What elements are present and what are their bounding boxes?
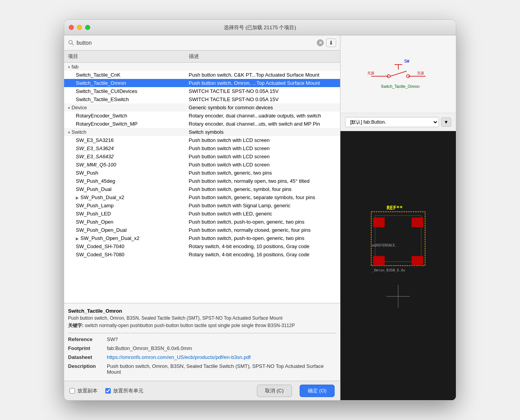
keywords-value: switch normally-open pushbutton push-but…: [85, 323, 295, 328]
table-row[interactable]: SW_Push_45degPush button switch, normall…: [64, 177, 340, 185]
window-title: 选择符号 (已加载 21175 个项目): [224, 24, 296, 31]
cell-desc: Rotary encoder, dual channel...uadrate o…: [189, 113, 337, 119]
item-label: SW_Push_Dual: [76, 186, 112, 192]
footprint-dropdown[interactable]: [默认] fab:Button. fab:Button_Omron_B3SN_6…: [345, 117, 439, 127]
cell-item: SW_Push: [68, 170, 189, 176]
table-row[interactable]: Switch_Tactile_OmronPush button switch, …: [64, 79, 340, 87]
item-label: RotaryEncoder_Switch: [76, 113, 127, 119]
cell-item: Switch_Tactile_CUIDevices: [68, 88, 189, 94]
table-row[interactable]: Switch_Tactile_CUIDevicesSWITCH TACTILE …: [64, 87, 340, 95]
table-row[interactable]: SW_E3_SA3216Push button switch with LCD …: [64, 136, 340, 144]
cell-desc: Push button switch with Signal Lamp, gen…: [189, 203, 337, 208]
svg-line-6: [390, 71, 407, 76]
table-header: 项目 描述: [64, 51, 340, 63]
cell-desc: Push button switch with LCD screen: [189, 162, 337, 168]
item-label: SW_Push_Open_Dual: [76, 227, 127, 233]
cell-item: RotaryEncoder_Switch: [68, 113, 189, 119]
item-label: SW_E3_SA3216: [76, 137, 114, 143]
cell-desc: Generic symbols for common devices: [189, 105, 337, 110]
cell-item: SW_Push_Open_Dual: [68, 227, 189, 233]
info-title: Switch_Tactile_Omron: [68, 308, 336, 314]
table-row[interactable]: SW_Push_OpenPush button switch, push-to-…: [64, 218, 340, 226]
category-label: Device: [72, 105, 87, 110]
svg-rect-15: [373, 217, 385, 227]
table-row[interactable]: SW_Push_DualPush button switch, generic,…: [64, 185, 340, 193]
table-row[interactable]: RotaryEncoder_SwitchRotary encoder, dual…: [64, 112, 340, 120]
svg-line-1: [72, 44, 73, 45]
cell-item: SW_MMI_Q5-100: [68, 162, 189, 168]
table-row[interactable]: SW_Push_LEDPush button switch with LED, …: [64, 210, 340, 218]
search-input[interactable]: [77, 40, 314, 46]
place-copy-label: 放置副本: [77, 387, 98, 394]
minimize-button[interactable]: [77, 25, 82, 30]
symbol-svg: SW 无源 无源 Switch_Tactile_Omron: [359, 51, 437, 98]
place-all-label: 放置所有单元: [113, 387, 143, 394]
table-row[interactable]: SW_Coded_SH-7040Rotary switch, 4-bit enc…: [64, 242, 340, 250]
info-description: Push button switch, Omron, B3SN, Sealed …: [68, 315, 336, 321]
table-row[interactable]: SW_Coded_SH-7080Rotary switch, 4-bit enc…: [64, 250, 340, 259]
place-copy-checkbox[interactable]: [70, 388, 75, 394]
expand-arrow: ▶: [76, 236, 79, 241]
col-desc-header: 描述: [189, 53, 337, 60]
description-label: Description: [68, 363, 107, 375]
cell-desc: Push button switch, push-to-open, generi…: [189, 235, 337, 241]
place-all-checkbox[interactable]: [105, 388, 111, 394]
cell-desc: Push button switch with LCD screen: [189, 154, 337, 159]
ok-button[interactable]: 确定 (O): [300, 385, 335, 397]
footprint-arrow-button[interactable]: ▼: [441, 117, 451, 127]
cell-desc: Switch symbols: [189, 129, 337, 135]
svg-text:REF**: REF**: [387, 205, 403, 211]
titlebar: 选择符号 (已加载 21175 个项目): [64, 20, 456, 35]
category-row[interactable]: ▾DeviceGeneric symbols for common device…: [64, 103, 340, 112]
category-row[interactable]: ▾SwitchSwitch symbols: [64, 128, 340, 136]
cell-item: SW_E3_SA3216: [68, 137, 189, 143]
place-all-wrap: 放置所有单元: [105, 387, 143, 394]
table-row[interactable]: SW_E3_SA6432Push button switch with LCD …: [64, 152, 340, 161]
table-row[interactable]: SW_E3_SA3624Push button switch with LCD …: [64, 144, 340, 152]
table-row[interactable]: SW_PushPush button switch, generic, two …: [64, 169, 340, 177]
props-grid: Reference SW? Footprint fab:Button_Omron…: [68, 336, 336, 375]
reference-label: Reference: [68, 336, 107, 342]
cell-item: SW_Push_Open: [68, 219, 189, 225]
symbol-preview: SW 无源 无源 Switch_Tactile_Omron: [340, 35, 456, 113]
item-label: SW_Push_Lamp: [76, 203, 114, 208]
datasheet-link[interactable]: https://omronfs.omron.com/en_US/ecb/prod…: [107, 354, 251, 360]
main-window: 选择符号 (已加载 21175 个项目) ✕ ⬇ 项目 描述: [64, 19, 456, 401]
table-row[interactable]: RotaryEncoder_Switch_MPRotary encoder, d…: [64, 120, 340, 128]
footprint-value: fab:Button_Omron_B3SN_6.0x6.0mm: [107, 345, 336, 351]
cell-item: Switch_Tactile_Omron: [68, 80, 189, 86]
maximize-button[interactable]: [85, 25, 90, 30]
item-label: Switch_Tactile_ESwitch: [76, 96, 129, 102]
table-body[interactable]: ▾fabSwitch_Tactile_CnKPush button switch…: [64, 63, 340, 303]
cell-desc: Push button switch, C&K PT...Top Actuate…: [189, 72, 337, 78]
expand-arrow: ▾: [68, 106, 70, 110]
cancel-button[interactable]: 取消 (C): [257, 385, 292, 397]
table-row[interactable]: SW_MMI_Q5-100Push button switch with LCD…: [64, 161, 340, 169]
table-row[interactable]: SW_Push_LampPush button switch with Sign…: [64, 201, 340, 210]
cell-desc: Rotary switch, 4-bit encoding, 16 positi…: [189, 252, 337, 257]
main-content: ✕ ⬇ 项目 描述 ▾fabSwitch_Tactile_CnKPush but…: [64, 35, 456, 400]
table-row[interactable]: Switch_Tactile_CnKPush button switch, C&…: [64, 71, 340, 79]
sort-button[interactable]: ⬇: [326, 38, 336, 47]
close-button[interactable]: [69, 25, 74, 30]
description-value: Push button switch, Omron, B3SN, Sealed …: [107, 363, 336, 375]
datasheet-label: Datasheet: [68, 354, 107, 360]
category-label: Switch: [72, 129, 86, 135]
cell-desc: Push button switch, normally closed, gen…: [189, 227, 337, 233]
cell-item: SW_Push_Lamp: [68, 203, 189, 208]
category-row[interactable]: ▾fab: [64, 63, 340, 71]
cell-item: Switch_Tactile_ESwitch: [68, 96, 189, 102]
info-keywords: 关键字: switch normally-open pushbutton pus…: [68, 322, 336, 329]
left-panel: ✕ ⬇ 项目 描述 ▾fabSwitch_Tactile_CnKPush but…: [64, 35, 340, 400]
clear-search-button[interactable]: ✕: [317, 39, 324, 46]
table-row[interactable]: ▶SW_Push_Open_Dual_x2Push button switch,…: [64, 234, 340, 242]
expand-arrow: ▶: [76, 196, 79, 200]
cell-item: SW_Push_45deg: [68, 178, 189, 184]
place-copy-wrap: 放置副本: [70, 387, 98, 394]
table-row[interactable]: ▶SW_Push_Dual_x2Push button switch, gene…: [64, 193, 340, 201]
table-row[interactable]: Switch_Tactile_ESwitchSWITCH TACTILE SPS…: [64, 95, 340, 103]
expand-arrow: ▾: [68, 130, 70, 135]
cell-item: ▶SW_Push_Dual_x2: [68, 194, 189, 200]
table-row[interactable]: SW_Push_Open_DualPush button switch, nor…: [64, 226, 340, 234]
category-label: fab: [72, 64, 79, 70]
